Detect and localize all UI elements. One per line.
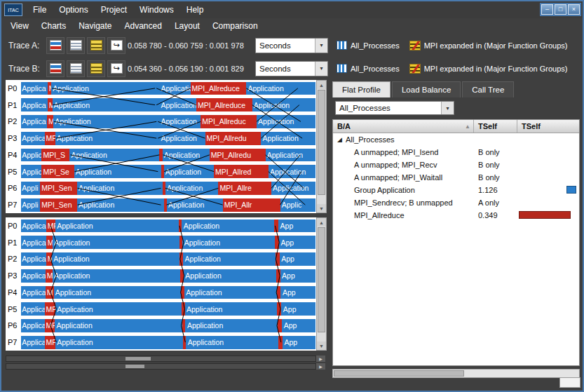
scroll-thumb[interactable] (125, 365, 144, 368)
maximize-button[interactable]: □ (555, 4, 566, 15)
tagging-button[interactable] (87, 37, 105, 54)
table-row[interactable]: A unmapped; MPI_IsendB only (333, 146, 579, 158)
mpi-segment[interactable] (164, 198, 167, 212)
process-filter-combobox[interactable]: All_Processes ▾ (335, 101, 454, 115)
mpi-segment[interactable] (163, 182, 165, 195)
table-row[interactable]: MPI_Sendrecv; B unmappedA only (333, 196, 579, 209)
mpi-segment[interactable]: MPI_Allre (218, 182, 271, 195)
mpi-segment[interactable] (274, 219, 278, 233)
aggregation-button[interactable]: MPI expanded in (Major Function Groups) (409, 41, 568, 50)
mpi-segment[interactable] (278, 336, 283, 349)
application-bar[interactable]: ApplicaApplicationApplicationAppM (21, 269, 315, 283)
expander-icon[interactable]: ◢ (337, 136, 342, 143)
mpi-segment[interactable] (277, 302, 281, 316)
mpi-segment[interactable] (159, 149, 162, 162)
mpi-segment[interactable] (276, 252, 280, 266)
profile-horizontal-scrollbar[interactable] (332, 369, 580, 378)
table-row[interactable]: MPI_Allreduce0.349 (333, 209, 579, 222)
column-header-tself-1[interactable]: TSelf (474, 120, 517, 133)
mpi-segment[interactable]: M (46, 236, 53, 249)
menu-item-windows[interactable]: Windows (133, 1, 180, 18)
mpi-segment[interactable] (182, 302, 185, 316)
mpi-segment[interactable]: MPI_Sen (40, 198, 77, 212)
timeline-b-horizontal-scrollbar[interactable]: ▶ (6, 363, 316, 370)
mpi-segment[interactable]: M (46, 286, 54, 299)
mpi-segment[interactable]: MP (45, 319, 55, 332)
scroll-down-icon[interactable]: ▼ (317, 204, 326, 212)
mpi-segment[interactable] (179, 236, 183, 249)
scroll-thumb[interactable] (318, 90, 325, 195)
mpi-segment[interactable]: MPI_Allredu (205, 132, 262, 145)
mpi-segment[interactable]: M (46, 269, 53, 283)
column-header-tself-2[interactable]: TSelf (517, 120, 579, 133)
mpi-segment[interactable] (276, 269, 280, 283)
mpi-segment[interactable]: M (46, 252, 52, 266)
mpi-segment[interactable] (161, 165, 164, 178)
scroll-up-icon[interactable]: ▲ (317, 81, 326, 89)
application-bar[interactable]: ApplicApplicationApplicationApplicationM… (21, 165, 315, 178)
tagging-button[interactable] (87, 60, 105, 77)
mpi-segment[interactable]: M (48, 98, 53, 111)
processes-filter-button[interactable]: All_Processes (337, 41, 400, 50)
mpi-segment[interactable] (183, 336, 186, 349)
menu-item-view[interactable]: View (4, 18, 35, 34)
table-row[interactable]: A unmapped; MPI_RecvB only (333, 158, 579, 171)
mpi-segment[interactable]: M (48, 82, 51, 95)
application-bar[interactable]: ApplicaApplicationApplicationAppM (21, 252, 315, 266)
mpi-segment[interactable]: MPI_Allredu (210, 149, 266, 162)
processes-filter-button[interactable]: All_Processes (337, 64, 400, 73)
tab-call-tree[interactable]: Call Tree (462, 81, 514, 97)
scroll-thumb[interactable] (318, 227, 325, 332)
menu-item-options[interactable]: Options (53, 1, 94, 18)
resize-grip[interactable] (559, 377, 580, 388)
application-bar[interactable]: ApplicaApplicationApplicationAppM (21, 236, 315, 249)
scroll-right-icon[interactable]: ▶ (316, 363, 325, 370)
mpi-segment[interactable]: M (47, 115, 53, 128)
menu-item-advanced[interactable]: Advanced (118, 18, 168, 34)
table-row[interactable]: Group Application1.126 (333, 184, 579, 196)
tab-flat-profile[interactable]: Flat Profile (332, 81, 391, 97)
scroll-down-icon[interactable]: ▼ (317, 342, 326, 350)
aggregation-button[interactable]: MPI expanded in (Major Function Groups) (409, 64, 568, 74)
application-bar[interactable]: ApplicaApplicationApplicationApplication… (21, 82, 315, 95)
mpi-segment[interactable]: MPI_Allred (214, 165, 269, 178)
mpi-segment[interactable]: MP (46, 219, 55, 233)
mpi-segment[interactable] (179, 252, 183, 266)
mpi-segment[interactable]: MPI_Allreduce (191, 82, 247, 95)
mpi-segment[interactable]: MPI_Allreduc (201, 115, 257, 128)
menu-item-navigate[interactable]: Navigate (72, 18, 118, 34)
application-bar[interactable]: ApplicaApplicationApplicationAppM (21, 286, 315, 299)
scroll-thumb[interactable] (334, 370, 464, 377)
application-bar[interactable]: AppliApplicationApplicationApplicationMP… (21, 182, 315, 195)
mpi-segment[interactable]: MP (45, 132, 55, 145)
scroll-right-icon[interactable]: ▶ (316, 356, 325, 362)
application-bar[interactable]: ApplicaApplicationApplicationApplication… (21, 132, 315, 145)
application-bar[interactable]: ApplicaApplicationApplicationAppMP (21, 302, 315, 316)
menu-item-project[interactable]: Project (95, 1, 133, 18)
column-header-b-a[interactable]: B/A▲ (333, 120, 474, 133)
timeline-a-horizontal-scrollbar[interactable]: ▶ (6, 356, 316, 362)
unit-combobox[interactable]: Seconds▾ (255, 61, 328, 76)
application-bar[interactable]: ApplicaApplicationApplicationAppMP (21, 219, 315, 233)
table-row[interactable]: A unmapped; MPI_WaitallB only (333, 171, 579, 184)
mpi-segment[interactable]: MPI_Sen (40, 182, 77, 195)
tab-load-balance[interactable]: Load Balance (392, 81, 461, 97)
application-bar[interactable]: ApplicaApplicationApplicationAppMP (21, 319, 315, 332)
menu-item-file[interactable]: File (27, 1, 53, 18)
menu-item-layout[interactable]: Layout (168, 18, 206, 34)
chart-button[interactable] (46, 37, 64, 54)
mpi-segment[interactable]: MPI_S (41, 149, 69, 162)
mpi-segment[interactable] (278, 319, 282, 332)
mpi-segment[interactable] (180, 269, 184, 283)
mpi-segment[interactable]: MP (45, 302, 55, 316)
goto-button[interactable]: ↪ (107, 60, 125, 77)
mpi-segment[interactable] (275, 236, 279, 249)
application-bar[interactable]: AppliApplicationApplicationApplicMPI_Sen… (21, 198, 315, 212)
info-button[interactable] (67, 60, 85, 77)
scroll-up-icon[interactable]: ▲ (317, 218, 326, 227)
close-button[interactable]: × (568, 4, 580, 15)
mpi-segment[interactable]: MPI_Allr (223, 198, 280, 212)
menu-item-comparison[interactable]: Comparison (206, 18, 264, 34)
info-button[interactable] (67, 37, 85, 54)
mpi-segment[interactable]: MPI_Se (41, 165, 74, 178)
